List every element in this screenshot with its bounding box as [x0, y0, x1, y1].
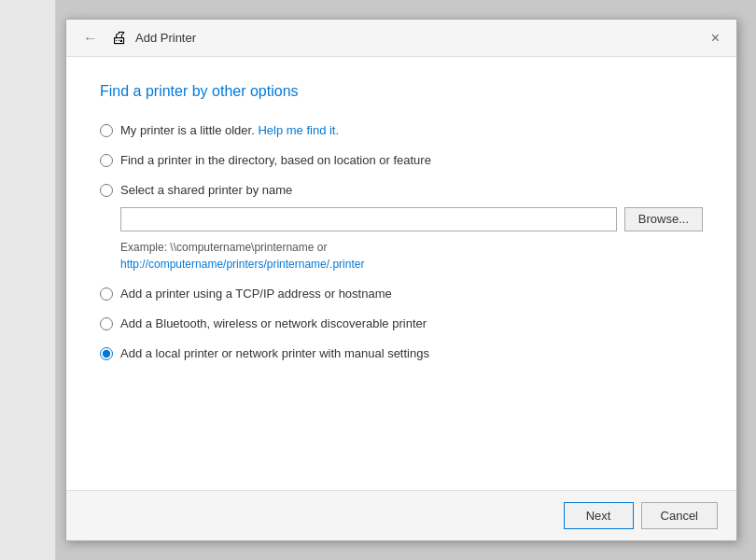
printer-icon: 🖨	[111, 28, 128, 48]
titlebar-left: ← 🖨 Add Printer	[77, 28, 706, 49]
option-directory[interactable]: Find a printer in the directory, based o…	[100, 152, 703, 169]
options-group: My printer is a little older. Help me fi…	[100, 122, 703, 362]
option-older-text: My printer is a little older.	[120, 123, 258, 137]
option-older-label: My printer is a little older. Help me fi…	[120, 122, 339, 139]
example-line1: Example: \\computername\printername or	[120, 241, 327, 254]
option-bluetooth-label: Add a Bluetooth, wireless or network dis…	[120, 315, 427, 332]
add-printer-dialog: ← 🖨 Add Printer × Find a printer by othe…	[65, 19, 737, 541]
shared-input-row: Browse...	[120, 207, 703, 231]
option-older[interactable]: My printer is a little older. Help me fi…	[100, 122, 703, 139]
example-text: Example: \\computername\printername or h…	[120, 239, 703, 273]
option-shared-wrapper: Select a shared printer by name Browse..…	[100, 182, 703, 272]
option-local-label: Add a local printer or network printer w…	[120, 345, 429, 362]
radio-older[interactable]	[100, 124, 113, 137]
next-button[interactable]: Next	[564, 502, 634, 529]
option-tcpip-label: Add a printer using a TCP/IP address or …	[120, 286, 392, 302]
option-bluetooth[interactable]: Add a Bluetooth, wireless or network dis…	[100, 315, 703, 332]
browse-button[interactable]: Browse...	[624, 207, 703, 231]
example-line2-link[interactable]: http://computername/printers/printername…	[120, 258, 364, 271]
option-shared-label: Select a shared printer by name	[120, 182, 292, 199]
dialog-footer: Next Cancel	[66, 490, 736, 540]
back-button[interactable]: ←	[77, 28, 104, 49]
radio-tcpip[interactable]	[100, 287, 113, 301]
radio-shared[interactable]	[100, 184, 113, 197]
dialog-title: Add Printer	[135, 31, 196, 45]
shared-printer-section: Browse... Example: \\computername\printe…	[120, 207, 703, 273]
shared-printer-input[interactable]	[120, 207, 617, 231]
dialog-content: Find a printer by other options My print…	[66, 57, 736, 490]
option-directory-label: Find a printer in the directory, based o…	[120, 152, 431, 169]
option-shared[interactable]: Select a shared printer by name	[100, 182, 703, 199]
radio-bluetooth[interactable]	[100, 317, 113, 330]
option-local[interactable]: Add a local printer or network printer w…	[100, 345, 703, 362]
titlebar: ← 🖨 Add Printer ×	[66, 20, 736, 57]
radio-local[interactable]	[100, 347, 113, 360]
cancel-button[interactable]: Cancel	[641, 502, 718, 529]
radio-directory[interactable]	[100, 154, 113, 167]
help-find-link[interactable]: Help me find it.	[258, 123, 339, 137]
option-tcpip[interactable]: Add a printer using a TCP/IP address or …	[100, 286, 703, 302]
page-heading: Find a printer by other options	[100, 83, 703, 100]
close-button[interactable]: ×	[706, 29, 725, 48]
